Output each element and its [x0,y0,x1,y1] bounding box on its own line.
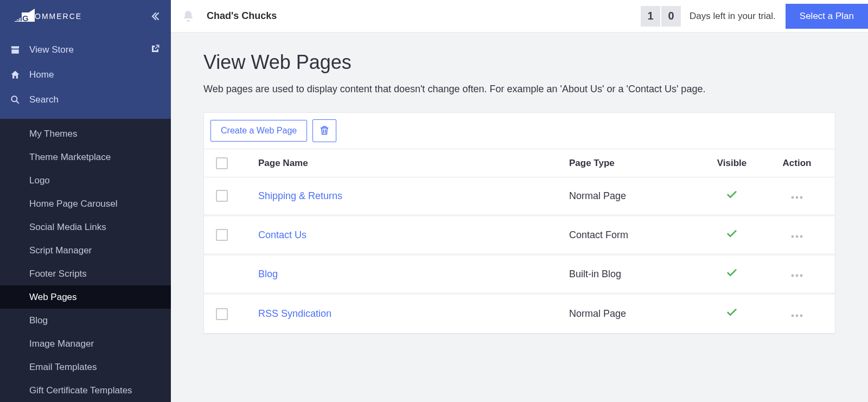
create-web-page-button[interactable]: Create a Web Page [210,120,307,142]
select-all-checkbox[interactable] [216,157,228,169]
visible-check-icon[interactable] [726,189,738,203]
row-checkbox[interactable] [216,229,228,241]
nav-search-label: Search [29,94,160,105]
sidebar-sub-item[interactable]: Logo [0,169,171,192]
th-action: Action [764,158,829,169]
sidebar: BIG OMMERCE View Store Home [0,0,171,402]
nav-home-label: Home [29,69,160,80]
sidebar-sub-item-label: Theme Marketplace [29,152,111,163]
nav-home[interactable]: Home [0,62,171,87]
sidebar-sub-item[interactable]: Image Manager [0,332,171,355]
th-page-name: Page Name [258,158,569,169]
page-type-cell: Normal Page [569,190,699,202]
store-name: Chad's Chucks [207,10,277,22]
page-name-link[interactable]: Blog [258,269,278,279]
external-link-icon [150,44,160,56]
sidebar-sub-nav: My ThemesTheme MarketplaceLogoHome Page … [0,119,171,402]
table-body: Shipping & ReturnsNormal PageContact UsC… [204,177,835,334]
svg-point-8 [792,275,794,277]
sidebar-sub-item[interactable]: Script Manager [0,239,171,262]
svg-point-4 [800,196,803,199]
sidebar-sub-item-label: Gift Certificate Templates [29,385,132,396]
main-area: Chad's Chucks 1 0 Days left in your tria… [171,0,868,402]
th-page-type: Page Type [569,158,699,169]
sidebar-sub-item-label: Blog [29,315,48,326]
trial-text: Days left in your trial. [690,11,776,22]
visible-check-icon[interactable] [726,228,738,243]
page-subtitle: Web pages are used to display content th… [203,84,835,95]
pages-panel: Create a Web Page Page Name Page Type Vi… [203,112,835,334]
sidebar-primary-nav: View Store Home Search [0,32,171,119]
svg-point-10 [800,275,803,277]
sidebar-sub-item[interactable]: Email Templates [0,355,171,379]
topbar: Chad's Chucks 1 0 Days left in your tria… [171,0,868,33]
trial-digit-0: 1 [641,6,660,27]
svg-point-9 [796,275,799,277]
page-name-link[interactable]: Shipping & Returns [258,190,342,201]
page-type-cell: Contact Form [569,229,699,241]
page-type-cell: Built-in Blog [569,269,699,280]
sidebar-sub-item-label: Image Manager [29,339,94,349]
sidebar-sub-item-label: Home Page Carousel [29,199,118,209]
page-type-cell: Normal Page [569,308,699,320]
svg-point-5 [792,235,794,238]
home-icon [10,69,29,80]
collapse-sidebar-button[interactable] [149,11,160,22]
search-icon [10,94,29,105]
select-plan-button[interactable]: Select a Plan [786,4,868,29]
nav-search[interactable]: Search [0,87,171,112]
page-title: View Web Pages [203,51,835,74]
row-actions-button[interactable] [790,307,803,321]
sidebar-sub-item-label: Social Media Links [29,222,106,233]
page-name-link[interactable]: RSS Syndication [258,308,331,319]
nav-view-store-label: View Store [29,44,150,55]
row-checkbox[interactable] [216,308,228,320]
table-row: BlogBuilt-in Blog [204,256,835,295]
delete-button[interactable] [312,119,336,142]
nav-view-store[interactable]: View Store [0,37,171,62]
sidebar-sub-item-label: Logo [29,175,50,186]
th-visible: Visible [699,158,764,169]
svg-point-7 [800,235,803,238]
row-checkbox[interactable] [216,190,228,202]
trash-icon [319,125,330,137]
sidebar-sub-item[interactable]: Blog [0,309,171,332]
notifications-button[interactable] [182,10,195,23]
sidebar-sub-item[interactable]: Footer Scripts [0,262,171,285]
sidebar-sub-item-label: Web Pages [29,292,77,303]
sidebar-sub-item[interactable]: Web Pages [0,285,171,309]
sidebar-sub-item[interactable]: Gift Certificate Templates [0,379,171,402]
sidebar-sub-item[interactable]: Theme Marketplace [0,145,171,169]
brand-logo[interactable]: BIG OMMERCE [9,9,149,24]
svg-point-11 [792,314,794,317]
row-actions-button[interactable] [790,189,803,203]
storefront-icon [10,44,29,55]
svg-point-3 [796,196,799,199]
page-name-link[interactable]: Contact Us [258,229,307,240]
svg-point-12 [796,314,799,317]
sidebar-sub-item[interactable]: Social Media Links [0,215,171,239]
svg-point-2 [792,196,794,199]
row-actions-button[interactable] [790,267,803,281]
visible-check-icon[interactable] [726,307,738,321]
svg-point-13 [800,314,803,317]
sidebar-sub-item[interactable]: Home Page Carousel [0,192,171,215]
svg-text:BIG: BIG [14,14,29,23]
visible-check-icon[interactable] [726,267,738,282]
sidebar-sub-item-label: Script Manager [29,245,92,256]
table-row: RSS SyndicationNormal Page [204,295,835,334]
sidebar-header: BIG OMMERCE [0,0,171,32]
sidebar-sub-item-label: My Themes [29,129,78,139]
sidebar-sub-item[interactable]: My Themes [0,122,171,145]
panel-toolbar: Create a Web Page [204,113,835,149]
table-row: Shipping & ReturnsNormal Page [204,177,835,216]
table-row: Contact UsContact Form [204,216,835,256]
trial-digit-1: 0 [661,6,681,27]
sidebar-sub-item-label: Email Templates [29,362,97,373]
content: View Web Pages Web pages are used to dis… [171,33,868,402]
svg-point-1 [11,96,17,101]
bigcommerce-logo-icon: BIG [9,9,36,24]
svg-point-6 [796,235,799,238]
sidebar-sub-item-label: Footer Scripts [29,269,87,279]
row-actions-button[interactable] [790,228,803,242]
